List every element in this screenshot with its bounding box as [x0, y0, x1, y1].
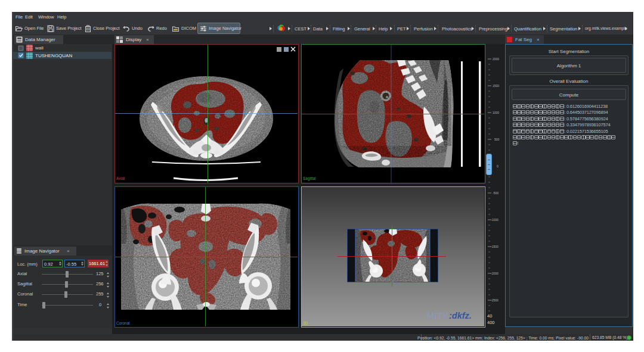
- svg-text:Coronal: Coronal: [116, 321, 130, 325]
- svg-text:Axial: Axial: [116, 176, 125, 180]
- svg-text:MITK: MITK: [427, 311, 449, 320]
- svg-text:Sagittal: Sagittal: [303, 176, 316, 181]
- svg-text:3D: 3D: [303, 321, 308, 325]
- svg-text::dkfz.: :dkfz.: [449, 311, 472, 320]
